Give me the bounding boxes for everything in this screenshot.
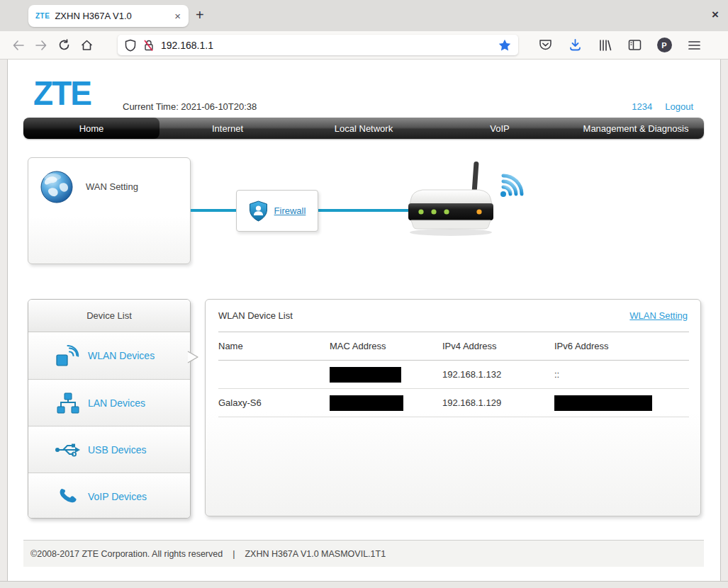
table-row: 192.168.1.132:: [218, 361, 689, 389]
wan-setting-label: WAN Setting [86, 181, 138, 192]
window-bottom-edge [0, 581, 728, 588]
device-item-label: USB Devices [88, 444, 146, 456]
redacted-value [330, 367, 401, 383]
column-header: Name [218, 332, 330, 361]
wlan-device-list-panel: WLAN Device List WLAN Setting NameMAC Ad… [205, 299, 701, 516]
back-arrow-icon [14, 41, 24, 50]
table-cell [330, 389, 442, 417]
menu-button[interactable] [684, 35, 704, 55]
forward-arrow-icon [36, 41, 46, 50]
table-cell: :: [554, 361, 689, 389]
redacted-value [554, 395, 652, 411]
zte-logo: ZTE [33, 73, 91, 113]
router-shadow [410, 229, 492, 236]
column-header: IPv6 Address [554, 332, 689, 361]
firewall-shield-icon [249, 200, 268, 222]
current-time-label: Current Time: 2021-06-10T20:38 [123, 101, 257, 112]
library-button[interactable] [595, 35, 615, 55]
table-cell: 192.168.1.132 [442, 361, 554, 389]
table-row: Galaxy-S6192.168.1.129 [218, 389, 689, 417]
browser-window: ZTE ZXHN H367A V1.0 × + × 192.168.1.1 [0, 0, 728, 588]
router-image [403, 160, 502, 238]
redacted-value [330, 395, 403, 411]
wlan-device-table: NameMAC AddressIPv4 AddressIPv6 Address … [218, 332, 689, 417]
firewall-card[interactable]: Firewall [236, 190, 318, 232]
url-text[interactable]: 192.168.1.1 [161, 40, 498, 51]
device-item-label: LAN Devices [88, 397, 145, 409]
sidebar-button[interactable] [625, 35, 644, 55]
nav-tab-management-diagnosis[interactable]: Management & Diagnosis [568, 118, 704, 139]
router-base [411, 220, 491, 229]
wlan-setting-link[interactable]: WLAN Setting [629, 310, 688, 321]
insecure-lock-icon[interactable] [142, 39, 155, 52]
back-button[interactable] [7, 35, 30, 55]
pocket-button[interactable] [535, 35, 555, 55]
device-list-panel: Device List WLAN Devices LAN Devices USB… [28, 299, 191, 519]
voip-devices-icon [54, 486, 82, 507]
tab-title: ZXHN H367A V1.0 [55, 11, 172, 21]
nav-tab-voip[interactable]: VoIP [432, 118, 568, 139]
shield-permissions-icon[interactable] [125, 39, 136, 52]
tab-close-icon[interactable]: × [172, 10, 183, 22]
pocket-icon [539, 38, 552, 52]
device-item-wlan[interactable]: WLAN Devices [28, 332, 190, 379]
router-antenna [471, 162, 478, 194]
bookmark-star-icon[interactable] [498, 39, 511, 51]
column-header: MAC Address [330, 332, 442, 361]
router-led-green [444, 209, 449, 214]
main-nav: HomeInternetLocal NetworkVoIPManagement … [23, 118, 704, 139]
profile-button[interactable]: P [654, 35, 674, 55]
reload-button[interactable] [52, 35, 75, 55]
table-cell: Galaxy-S6 [218, 389, 330, 417]
profile-avatar: P [657, 38, 672, 52]
browser-tab[interactable]: ZTE ZXHN H367A V1.0 × [28, 5, 189, 27]
sidebar-icon [628, 39, 642, 51]
device-item-usb[interactable]: USB Devices [28, 426, 190, 473]
router-led-orange [476, 209, 481, 214]
selected-item-chevron-icon [187, 350, 200, 364]
session-id-link[interactable]: 1234 [632, 101, 652, 112]
toolbar-right-icons: P [535, 35, 704, 55]
wan-setting-card[interactable]: WAN Setting [28, 157, 191, 264]
url-bar[interactable]: 192.168.1.1 [118, 35, 518, 55]
router-led-green [418, 209, 423, 214]
home-button[interactable] [75, 35, 98, 55]
device-item-voip[interactable]: VoIP Devices [28, 473, 190, 519]
library-icon [598, 39, 612, 52]
lan-devices-icon [54, 392, 82, 414]
window-close-button[interactable]: × [712, 8, 719, 22]
table-cell: 192.168.1.129 [442, 389, 554, 417]
zte-favicon-icon: ZTE [35, 12, 50, 20]
home-icon [81, 40, 93, 51]
copyright-text: ©2008-2017 ZTE Corporation. All rights r… [30, 549, 223, 559]
download-icon [569, 38, 582, 52]
table-cell [554, 389, 689, 417]
globe-icon [39, 169, 74, 205]
column-header: IPv4 Address [442, 332, 554, 361]
forward-button[interactable] [30, 35, 52, 55]
device-item-lan[interactable]: LAN Devices [28, 379, 190, 426]
wlan-devices-icon [54, 345, 82, 367]
browser-toolbar: 192.168.1.1 P [0, 31, 728, 60]
new-tab-button[interactable]: + [196, 7, 204, 23]
device-item-label: VoIP Devices [88, 491, 147, 502]
table-cell [218, 361, 330, 389]
table-header-row: NameMAC AddressIPv4 AddressIPv6 Address [218, 332, 689, 361]
session-links: 1234 Logout [632, 101, 693, 112]
footer-separator: | [233, 549, 235, 559]
reload-icon [58, 39, 70, 51]
page-viewport: ZTE Current Time: 2021-06-10T20:38 1234 … [0, 60, 728, 581]
page-footer: ©2008-2017 ZTE Corporation. All rights r… [23, 540, 704, 567]
nav-tab-internet[interactable]: Internet [159, 118, 296, 139]
downloads-button[interactable] [565, 35, 585, 55]
model-text: ZXHN H367A V1.0 MASMOVIL.1T1 [245, 549, 386, 559]
router-led-green [431, 209, 436, 214]
usb-devices-icon [54, 442, 82, 458]
nav-tab-home[interactable]: Home [23, 118, 159, 139]
firewall-link[interactable]: Firewall [274, 205, 306, 216]
router-top [410, 190, 492, 204]
logout-link[interactable]: Logout [665, 101, 693, 112]
device-list-title: Device List [28, 300, 190, 332]
nav-tab-local-network[interactable]: Local Network [296, 118, 432, 139]
wifi-signal-icon [495, 166, 533, 203]
